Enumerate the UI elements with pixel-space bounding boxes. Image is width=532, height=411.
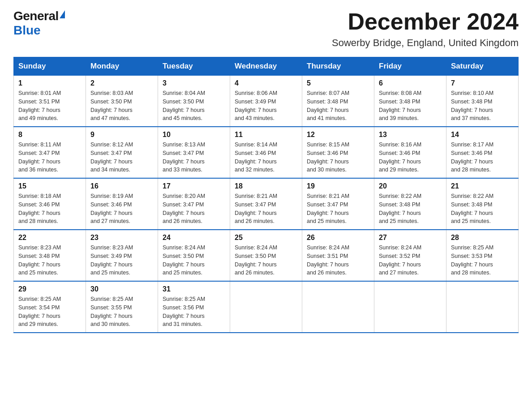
day-info: Sunrise: 8:01 AMSunset: 3:51 PMDaylight:… [18, 90, 61, 121]
day-number: 29 [18, 285, 81, 293]
day-number: 22 [18, 234, 81, 242]
calendar-cell: 16 Sunrise: 8:19 AMSunset: 3:46 PMDaylig… [86, 178, 158, 230]
weekday-header-saturday: Saturday [446, 57, 519, 76]
day-info: Sunrise: 8:04 AMSunset: 3:50 PMDaylight:… [163, 90, 205, 121]
calendar-cell: 9 Sunrise: 8:12 AMSunset: 3:47 PMDayligh… [86, 127, 158, 178]
day-info: Sunrise: 8:16 AMSunset: 3:46 PMDaylight:… [379, 141, 421, 173]
calendar-cell: 29 Sunrise: 8:25 AMSunset: 3:54 PMDaylig… [14, 281, 86, 333]
day-number: 27 [379, 234, 442, 242]
calendar-week-row: 15 Sunrise: 8:18 AMSunset: 3:46 PMDaylig… [14, 178, 519, 230]
day-info: Sunrise: 8:11 AMSunset: 3:47 PMDaylight:… [18, 141, 61, 173]
calendar-cell: 24 Sunrise: 8:24 AMSunset: 3:50 PMDaylig… [158, 230, 230, 281]
day-info: Sunrise: 8:18 AMSunset: 3:46 PMDaylight:… [18, 193, 61, 224]
day-number: 9 [90, 131, 153, 139]
day-info: Sunrise: 8:22 AMSunset: 3:48 PMDaylight:… [451, 193, 493, 224]
day-info: Sunrise: 8:08 AMSunset: 3:48 PMDaylight:… [379, 90, 421, 121]
calendar-cell [374, 281, 446, 333]
calendar-cell [230, 281, 302, 333]
day-number: 4 [235, 79, 297, 87]
day-number: 21 [451, 182, 514, 190]
calendar-week-row: 22 Sunrise: 8:23 AMSunset: 3:48 PMDaylig… [14, 230, 519, 281]
day-info: Sunrise: 8:24 AMSunset: 3:51 PMDaylight:… [307, 244, 349, 276]
calendar-cell: 2 Sunrise: 8:03 AMSunset: 3:50 PMDayligh… [86, 76, 158, 127]
calendar-cell: 17 Sunrise: 8:20 AMSunset: 3:47 PMDaylig… [158, 178, 230, 230]
day-info: Sunrise: 8:06 AMSunset: 3:49 PMDaylight:… [235, 90, 277, 121]
day-number: 2 [90, 79, 153, 87]
header: General Blue December 2024 Sowerby Bridg… [13, 9, 519, 49]
day-number: 7 [451, 79, 514, 87]
calendar-cell: 13 Sunrise: 8:16 AMSunset: 3:46 PMDaylig… [374, 127, 446, 178]
day-number: 8 [18, 131, 81, 139]
calendar-cell: 5 Sunrise: 8:07 AMSunset: 3:48 PMDayligh… [302, 76, 374, 127]
calendar-week-row: 29 Sunrise: 8:25 AMSunset: 3:54 PMDaylig… [14, 281, 519, 333]
weekday-header-friday: Friday [374, 57, 446, 76]
weekday-header-row: SundayMondayTuesdayWednesdayThursdayFrid… [14, 57, 519, 76]
logo-general-text: General [13, 9, 59, 23]
calendar-cell: 6 Sunrise: 8:08 AMSunset: 3:48 PMDayligh… [374, 76, 446, 127]
day-info: Sunrise: 8:13 AMSunset: 3:47 PMDaylight:… [163, 141, 205, 173]
logo-triangle-icon [60, 10, 65, 18]
calendar-cell: 30 Sunrise: 8:25 AMSunset: 3:55 PMDaylig… [86, 281, 158, 333]
day-number: 15 [18, 182, 81, 190]
calendar-cell: 8 Sunrise: 8:11 AMSunset: 3:47 PMDayligh… [14, 127, 86, 178]
day-number: 12 [307, 131, 369, 139]
day-info: Sunrise: 8:24 AMSunset: 3:52 PMDaylight:… [379, 244, 421, 276]
day-number: 13 [379, 131, 442, 139]
calendar-cell: 27 Sunrise: 8:24 AMSunset: 3:52 PMDaylig… [374, 230, 446, 281]
weekday-header-sunday: Sunday [14, 57, 86, 76]
calendar-cell [446, 281, 519, 333]
calendar-cell: 19 Sunrise: 8:21 AMSunset: 3:47 PMDaylig… [302, 178, 374, 230]
calendar-cell: 14 Sunrise: 8:17 AMSunset: 3:46 PMDaylig… [446, 127, 519, 178]
day-info: Sunrise: 8:07 AMSunset: 3:48 PMDaylight:… [307, 90, 349, 121]
calendar-subtitle: Sowerby Bridge, England, United Kingdom [332, 37, 519, 49]
calendar-cell: 22 Sunrise: 8:23 AMSunset: 3:48 PMDaylig… [14, 230, 86, 281]
day-number: 1 [18, 79, 81, 87]
weekday-header-monday: Monday [86, 57, 158, 76]
calendar-title: December 2024 [332, 9, 519, 34]
calendar-cell: 28 Sunrise: 8:25 AMSunset: 3:53 PMDaylig… [446, 230, 519, 281]
calendar-week-row: 8 Sunrise: 8:11 AMSunset: 3:47 PMDayligh… [14, 127, 519, 178]
day-info: Sunrise: 8:25 AMSunset: 3:55 PMDaylight:… [90, 296, 133, 327]
day-info: Sunrise: 8:12 AMSunset: 3:47 PMDaylight:… [90, 141, 133, 173]
day-info: Sunrise: 8:23 AMSunset: 3:49 PMDaylight:… [90, 244, 133, 276]
day-info: Sunrise: 8:23 AMSunset: 3:48 PMDaylight:… [18, 244, 61, 276]
day-number: 25 [235, 234, 297, 242]
calendar-cell: 10 Sunrise: 8:13 AMSunset: 3:47 PMDaylig… [158, 127, 230, 178]
day-info: Sunrise: 8:24 AMSunset: 3:50 PMDaylight:… [235, 244, 277, 276]
calendar-cell: 18 Sunrise: 8:21 AMSunset: 3:47 PMDaylig… [230, 178, 302, 230]
calendar-cell: 25 Sunrise: 8:24 AMSunset: 3:50 PMDaylig… [230, 230, 302, 281]
day-number: 24 [163, 234, 225, 242]
day-number: 28 [451, 234, 514, 242]
calendar-cell: 15 Sunrise: 8:18 AMSunset: 3:46 PMDaylig… [14, 178, 86, 230]
calendar-cell: 21 Sunrise: 8:22 AMSunset: 3:48 PMDaylig… [446, 178, 519, 230]
calendar-cell [302, 281, 374, 333]
day-number: 31 [163, 285, 225, 293]
day-info: Sunrise: 8:15 AMSunset: 3:46 PMDaylight:… [307, 141, 349, 173]
day-info: Sunrise: 8:20 AMSunset: 3:47 PMDaylight:… [163, 193, 205, 224]
calendar-cell: 12 Sunrise: 8:15 AMSunset: 3:46 PMDaylig… [302, 127, 374, 178]
day-info: Sunrise: 8:24 AMSunset: 3:50 PMDaylight:… [163, 244, 205, 276]
logo-blue-text: Blue [13, 23, 41, 38]
day-info: Sunrise: 8:25 AMSunset: 3:53 PMDaylight:… [451, 244, 493, 276]
logo: General Blue [13, 9, 65, 38]
calendar-cell: 4 Sunrise: 8:06 AMSunset: 3:49 PMDayligh… [230, 76, 302, 127]
day-info: Sunrise: 8:25 AMSunset: 3:54 PMDaylight:… [18, 296, 61, 327]
day-number: 5 [307, 79, 369, 87]
day-info: Sunrise: 8:19 AMSunset: 3:46 PMDaylight:… [90, 193, 133, 224]
day-info: Sunrise: 8:10 AMSunset: 3:48 PMDaylight:… [451, 90, 493, 121]
weekday-header-thursday: Thursday [302, 57, 374, 76]
day-info: Sunrise: 8:17 AMSunset: 3:46 PMDaylight:… [451, 141, 493, 173]
day-info: Sunrise: 8:21 AMSunset: 3:47 PMDaylight:… [235, 193, 277, 224]
calendar-cell: 20 Sunrise: 8:22 AMSunset: 3:48 PMDaylig… [374, 178, 446, 230]
day-number: 14 [451, 131, 514, 139]
day-number: 26 [307, 234, 369, 242]
title-area: December 2024 Sowerby Bridge, England, U… [332, 9, 519, 49]
day-number: 3 [163, 79, 225, 87]
day-number: 30 [90, 285, 153, 293]
calendar-cell: 31 Sunrise: 8:25 AMSunset: 3:56 PMDaylig… [158, 281, 230, 333]
day-info: Sunrise: 8:14 AMSunset: 3:46 PMDaylight:… [235, 141, 277, 173]
calendar-cell: 1 Sunrise: 8:01 AMSunset: 3:51 PMDayligh… [14, 76, 86, 127]
day-info: Sunrise: 8:22 AMSunset: 3:48 PMDaylight:… [379, 193, 421, 224]
calendar-cell: 3 Sunrise: 8:04 AMSunset: 3:50 PMDayligh… [158, 76, 230, 127]
day-info: Sunrise: 8:21 AMSunset: 3:47 PMDaylight:… [307, 193, 349, 224]
